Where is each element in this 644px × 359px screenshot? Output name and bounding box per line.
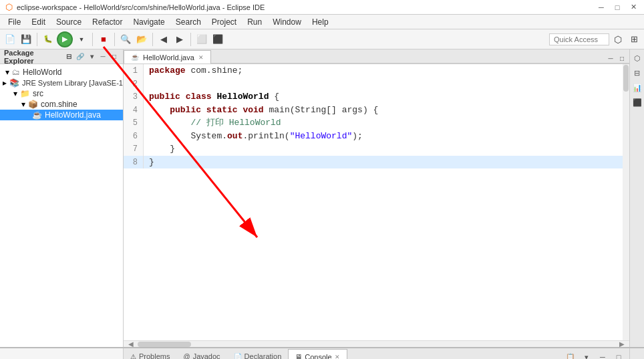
panel-actions: ⊟ 🔗 ▾ ─ □ xyxy=(64,52,119,62)
menu-search[interactable]: Search xyxy=(170,16,206,28)
console-minimize[interactable]: ─ xyxy=(596,350,609,359)
open-resource-button[interactable]: 📂 xyxy=(134,32,149,47)
editor-area: ☕ HelloWorld.java ✕ ─ □ 1 pa xyxy=(124,49,629,347)
code-line-5: 5 // 打印 HelloWorld xyxy=(124,116,629,130)
right-icon-2[interactable]: ⊟ xyxy=(631,67,643,79)
menu-window[interactable]: Window xyxy=(267,16,307,28)
minimize-button[interactable]: ─ xyxy=(596,2,607,13)
right-icon-1[interactable]: ⬡ xyxy=(631,52,643,64)
editor-maximize-btn[interactable]: □ xyxy=(617,53,627,63)
tree-item-jre[interactable]: ▸ 📚 JRE System Library [JavaSE-1.8] xyxy=(0,78,123,88)
right-icon-3[interactable]: 📊 xyxy=(631,82,643,94)
menu-source[interactable]: Source xyxy=(51,16,87,28)
eclipse-icon: ⬡ xyxy=(5,2,13,12)
declaration-icon: 📄 xyxy=(234,353,242,360)
package-explorer-header: Package Explorer ⊟ 🔗 ▾ ─ □ xyxy=(0,49,123,64)
bottom-panel: ⚠ Problems @ Javadoc 📄 Declaration 🖥 Con… xyxy=(0,347,644,359)
code-line-1: 1 package com.shine; xyxy=(124,64,629,78)
toolbar-btn2[interactable]: ⬛ xyxy=(210,32,225,47)
menu-navigate[interactable]: Navigate xyxy=(128,16,170,28)
javadoc-icon: @ xyxy=(183,353,190,360)
collapse-all-button[interactable]: ⊟ xyxy=(64,52,73,62)
close-button[interactable]: ✕ xyxy=(628,2,639,13)
editor-vscrollbar-thumb xyxy=(623,65,629,92)
stop-button[interactable]: ■ xyxy=(96,32,111,47)
java-file-icon: ☕ xyxy=(32,110,42,120)
hscroll-left[interactable]: ◀ xyxy=(124,340,138,348)
right-icons-panel: ⬡ ⊟ 📊 ⬛ xyxy=(629,49,644,347)
debug-button[interactable]: 🐛 xyxy=(41,32,55,47)
code-line-8: 8 } xyxy=(124,156,629,169)
expand-icon-jre: ▸ xyxy=(3,78,7,88)
sep4 xyxy=(152,33,153,46)
console-tab-close[interactable]: ✕ xyxy=(335,354,340,360)
tab-problems-label: Problems xyxy=(139,352,170,359)
tab-declaration-label: Declaration xyxy=(245,352,282,359)
tree-item-helloworld[interactable]: ▾ 🗂 HelloWorld xyxy=(0,67,123,78)
sep3 xyxy=(114,33,115,46)
tab-javadoc-label: Javadoc xyxy=(193,352,220,359)
tree-label-jre: JRE System Library [JavaSE-1.8] xyxy=(22,79,123,87)
editor-tab-helloworldjava[interactable]: ☕ HelloWorld.java ✕ xyxy=(124,50,211,64)
src-icon: 📁 xyxy=(20,89,30,98)
menu-file[interactable]: File xyxy=(3,16,26,28)
jre-icon: 📚 xyxy=(9,78,19,88)
console-tabs-left: ⚠ Problems @ Javadoc 📄 Declaration 🖥 Con… xyxy=(124,349,347,359)
tree-label-comshine: com.shine xyxy=(41,100,77,109)
console-icon: 🖥 xyxy=(295,353,302,359)
tab-declaration[interactable]: 📄 Declaration xyxy=(227,349,289,359)
menu-run[interactable]: Run xyxy=(242,16,267,28)
package-explorer-title: Package Explorer xyxy=(4,49,64,65)
project-icon: 🗂 xyxy=(12,68,20,77)
console-maximize[interactable]: □ xyxy=(612,350,625,359)
menu-edit[interactable]: Edit xyxy=(26,16,51,28)
menu-help[interactable]: Help xyxy=(307,16,334,28)
quick-access-input[interactable] xyxy=(549,33,609,45)
new-button[interactable]: 📄 xyxy=(3,32,17,47)
package-explorer: Package Explorer ⊟ 🔗 ▾ ─ □ ▾ 🗂 HelloWorl… xyxy=(0,49,124,347)
right-icon-4[interactable]: ⬛ xyxy=(631,96,643,108)
editor-minimize-btn[interactable]: ─ xyxy=(606,53,615,63)
editor-vscrollbar[interactable] xyxy=(623,64,629,340)
tab-close-button[interactable]: ✕ xyxy=(198,54,204,61)
menu-refactor[interactable]: Refactor xyxy=(87,16,128,28)
maximize-view-button[interactable]: □ xyxy=(110,52,119,62)
main-layout: Package Explorer ⊟ 🔗 ▾ ─ □ ▾ 🗂 HelloWorl… xyxy=(0,49,644,347)
app-window: ⬡ eclipse-workspace - HelloWorld/src/com… xyxy=(0,0,644,359)
hscroll-right[interactable]: ▶ xyxy=(615,340,629,348)
code-line-6: 6 System.out.println("HelloWorld"); xyxy=(124,130,629,143)
console-action-2[interactable]: ▾ xyxy=(580,350,593,359)
tree-item-com-shine[interactable]: ▾ 📦 com.shine xyxy=(0,99,123,110)
view-menu-button[interactable]: ▾ xyxy=(87,52,96,62)
code-line-2: 2 xyxy=(124,78,629,91)
tab-problems[interactable]: ⚠ Problems xyxy=(124,349,176,359)
perspective-btn[interactable]: ⬜ xyxy=(194,32,209,47)
tree-item-src[interactable]: ▾ 📁 src xyxy=(0,88,123,99)
package-tree: ▾ 🗂 HelloWorld ▸ 📚 JRE System Library [J… xyxy=(0,64,123,347)
link-editor-button[interactable]: 🔗 xyxy=(75,52,85,62)
code-editor[interactable]: 1 package com.shine; 2 3 public class He… xyxy=(124,64,629,340)
console-action-1[interactable]: 📋 xyxy=(564,350,577,359)
maximize-button[interactable]: □ xyxy=(612,2,623,13)
menu-project[interactable]: Project xyxy=(206,16,242,28)
window-title: eclipse-workspace - HelloWorld/src/com/s… xyxy=(17,3,265,11)
editor-hscrollbar[interactable]: ◀ ▶ xyxy=(124,340,629,347)
run-dropdown[interactable]: ▼ xyxy=(74,32,89,47)
minimize-view-button[interactable]: ─ xyxy=(98,52,108,62)
save-button[interactable]: 💾 xyxy=(19,32,33,47)
menu-bar: File Edit Source Refactor Navigate Searc… xyxy=(0,15,644,29)
console-actions: 📋 ▾ ─ □ xyxy=(564,350,629,359)
perspective-icon1[interactable]: ⬡ xyxy=(611,32,625,47)
tab-console[interactable]: 🖥 Console ✕ xyxy=(288,349,347,359)
run-button[interactable]: ▶ xyxy=(57,31,73,47)
open-type-button[interactable]: 🔍 xyxy=(118,32,133,47)
editor-actions: ─ □ xyxy=(603,53,629,64)
tab-javadoc[interactable]: @ Javadoc xyxy=(176,349,226,359)
perspective-icon2[interactable]: ⊞ xyxy=(627,32,641,47)
next-button[interactable]: ▶ xyxy=(172,32,187,47)
tab-label: HelloWorld.java xyxy=(143,53,194,62)
tree-label-helloworld: HelloWorld xyxy=(23,68,61,77)
tree-item-helloworldjava[interactable]: ☕ HelloWorld.java xyxy=(0,110,123,120)
editor-tabs: ☕ HelloWorld.java ✕ ─ □ xyxy=(124,49,629,64)
prev-button[interactable]: ◀ xyxy=(156,32,171,47)
